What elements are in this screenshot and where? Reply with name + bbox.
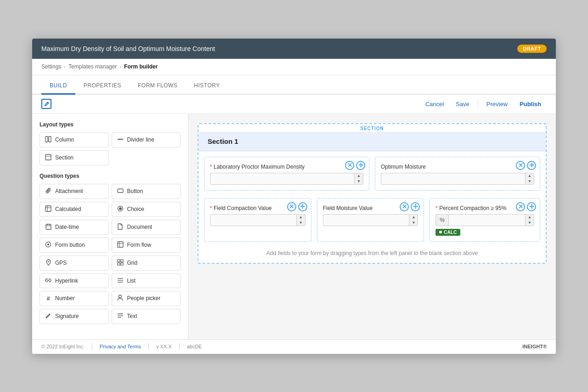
tab-build[interactable]: BUILD [41, 78, 75, 95]
qtype-hyperlink[interactable]: Hyperlink [40, 273, 109, 288]
section-container: SECTION Section 1 ✕ ✛ Laboratory Proctor… [198, 123, 547, 264]
preview-button[interactable]: Preview [481, 98, 513, 110]
qtype-datetime-label: Date-time [55, 224, 79, 230]
qtype-signature[interactable]: Signature [40, 309, 109, 324]
lab-proctor-down[interactable]: ▼ [355, 179, 363, 184]
section-header[interactable]: Section 1 [198, 132, 546, 151]
svg-point-20 [48, 261, 49, 262]
remove-field-btn-lab-proctor[interactable]: ✕ [345, 161, 354, 170]
qtype-button[interactable]: Button [112, 184, 181, 199]
optimum-moisture-down[interactable]: ▼ [526, 179, 534, 184]
grid-icon [117, 259, 124, 267]
breadcrumb: Settings › Templates manager › Form buil… [32, 59, 556, 75]
remove-field-btn-optimum-moisture[interactable]: ✕ [516, 161, 525, 170]
formbutton-icon [45, 241, 52, 249]
qtype-number[interactable]: # Number [40, 291, 109, 306]
calc-badge: CALC [435, 229, 460, 236]
footer-privacy[interactable]: Privacy and Terms [100, 344, 141, 349]
qtype-list[interactable]: List [112, 273, 181, 288]
compaction-up[interactable]: ▲ [297, 215, 305, 220]
breadcrumb-settings[interactable]: Settings [41, 63, 61, 70]
peoplepicker-icon [117, 295, 124, 302]
tab-properties[interactable]: PROPERTIES [75, 78, 130, 95]
canvas-area: SECTION Section 1 ✕ ✛ Laboratory Proctor… [188, 114, 556, 339]
move-field-btn-optimum-moisture[interactable]: ✛ [527, 161, 536, 170]
optimum-moisture-arrows: ▲ ▼ [525, 173, 534, 185]
move-field-btn-lab-proctor[interactable]: ✛ [356, 161, 365, 170]
remove-field-btn-compaction[interactable]: ✕ [287, 202, 296, 211]
section-label: SECTION [198, 124, 546, 132]
lab-proctor-up[interactable]: ▲ [355, 173, 363, 179]
tab-formflows[interactable]: FORM FLOWS [130, 78, 186, 95]
left-panel: Layout types Column Divider line [32, 114, 188, 339]
calculated-icon [45, 205, 52, 213]
qtype-grid[interactable]: Grid [112, 256, 181, 271]
tab-history[interactable]: HISTORY [186, 78, 228, 95]
percent-input[interactable] [448, 214, 525, 226]
move-field-btn-percent[interactable]: ✛ [527, 202, 536, 211]
qtype-peoplepicker[interactable]: People picker [112, 291, 181, 306]
footer-copyright: © 2022 InEight Inc. [41, 344, 85, 349]
field-actions-lab-proctor: ✕ ✛ [345, 161, 365, 170]
field-moisture: ✕ ✛ Field Moisture Value ▲ ▼ [317, 198, 424, 242]
layout-type-section[interactable]: Section [40, 150, 109, 165]
qtype-document[interactable]: Document [112, 220, 181, 235]
svg-rect-11 [46, 224, 51, 229]
qtype-calculated[interactable]: Calculated [40, 202, 109, 217]
qtype-formflow-label: Form flow [127, 242, 152, 248]
svg-rect-23 [118, 263, 120, 265]
field-compaction: ✕ ✛ Field Compaction Value ▲ ▼ [204, 198, 311, 242]
qtype-choice-label: Choice [127, 206, 144, 212]
breadcrumb-templates[interactable]: Templates manager [68, 63, 117, 70]
cancel-button[interactable]: Cancel [420, 98, 449, 110]
qtype-formbutton[interactable]: Form button [40, 238, 109, 253]
percent-down[interactable]: ▼ [526, 220, 534, 226]
layout-type-column-label: Column [55, 136, 74, 143]
percent-up[interactable]: ▲ [526, 215, 534, 220]
svg-point-29 [119, 295, 122, 298]
moisture-up[interactable]: ▲ [409, 215, 418, 220]
qtype-gps[interactable]: GPS [40, 256, 109, 271]
edit-icon[interactable] [41, 99, 51, 109]
app-window: Maximum Dry Density of Soil and Optimum … [32, 39, 556, 354]
save-button[interactable]: Save [450, 98, 475, 110]
qtype-text[interactable]: Text [112, 309, 181, 324]
move-field-btn-compaction[interactable]: ✛ [298, 202, 307, 211]
app-header: Maximum Dry Density of Soil and Optimum … [32, 39, 556, 59]
compaction-arrows: ▲ ▼ [296, 214, 305, 226]
field-input-compaction: ▲ ▼ [210, 214, 305, 226]
number-icon: # [45, 295, 52, 302]
layout-types-title: Layout types [40, 121, 181, 128]
field-actions-percent: ✕ ✛ [516, 202, 536, 211]
footer-sep-3 [179, 343, 180, 350]
breadcrumb-formbuilder: Form builder [124, 63, 158, 70]
qtype-choice[interactable]: Choice [112, 202, 181, 217]
moisture-down[interactable]: ▼ [409, 220, 418, 226]
field-input-lab-proctor: ▲ ▼ [210, 173, 363, 185]
svg-point-16 [47, 244, 49, 245]
remove-field-btn-percent[interactable]: ✕ [516, 202, 525, 211]
layout-type-divider[interactable]: Divider line [112, 132, 181, 148]
compaction-down[interactable]: ▼ [297, 220, 305, 226]
moisture-input[interactable] [323, 214, 409, 226]
qtype-formflow[interactable]: Form flow [112, 238, 181, 253]
optimum-moisture-up[interactable]: ▲ [526, 173, 534, 179]
field-input-percent: % ▲ ▼ [435, 214, 534, 226]
qtype-text-label: Text [127, 313, 137, 319]
move-field-btn-moisture[interactable]: ✛ [411, 202, 420, 211]
layout-type-column[interactable]: Column [40, 132, 109, 148]
footer-build: abcDE [187, 344, 202, 349]
optimum-moisture-input[interactable] [381, 173, 525, 185]
qtype-attachment[interactable]: Attachment [40, 184, 109, 199]
breadcrumb-sep-1: › [64, 64, 66, 69]
qtype-datetime[interactable]: Date-time [40, 220, 109, 235]
fields-row-2: ✕ ✛ Field Compaction Value ▲ ▼ [198, 193, 546, 244]
publish-button[interactable]: Publish [514, 98, 547, 110]
field-input-optimum-moisture: ▲ ▼ [381, 173, 534, 185]
choice-icon [117, 205, 124, 213]
compaction-input[interactable] [210, 214, 296, 226]
button-icon [117, 187, 124, 195]
svg-rect-6 [45, 206, 51, 211]
lab-proctor-input[interactable] [210, 173, 354, 185]
remove-field-btn-moisture[interactable]: ✕ [400, 202, 409, 211]
